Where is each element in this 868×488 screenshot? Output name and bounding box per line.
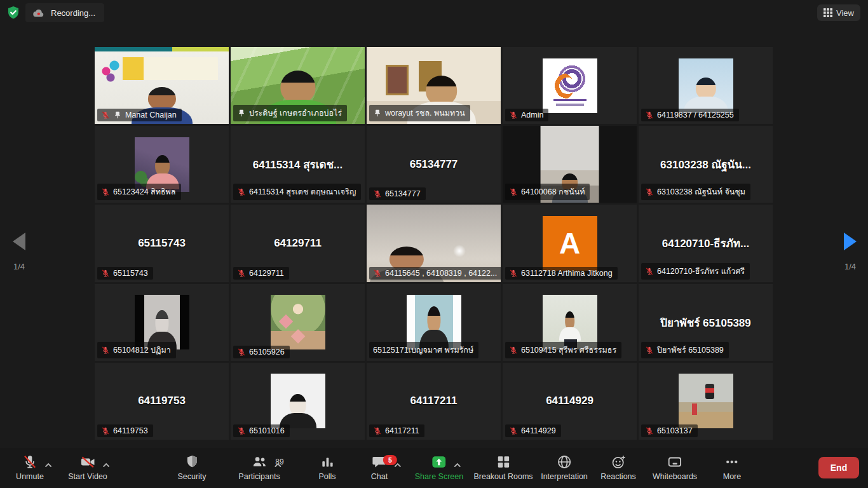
participant-tile[interactable]: 65134777 65134777 <box>367 126 501 203</box>
participant-name-label: 65123424 สิทธิพล <box>97 184 181 200</box>
chevron-up-icon[interactable] <box>274 463 281 468</box>
toolbar-whiteboards-button[interactable]: Whiteboards <box>653 454 697 481</box>
muted-mic-icon <box>101 187 110 196</box>
participant-name-label: ประดิษฐ์ เกษตรอำเภอบ่อไร่ <box>233 105 347 121</box>
unmute-icon <box>22 454 38 470</box>
pin-icon <box>237 109 246 118</box>
muted-mic-icon <box>645 426 654 435</box>
participant-tile[interactable]: 64120710-ธีรภัท... 64120710-ธีรภัทร แก้ว… <box>639 205 773 281</box>
participant-name-label: 65105926 <box>233 346 290 358</box>
participant-name-label: 64119753 <box>97 424 153 437</box>
muted-mic-icon <box>509 269 518 278</box>
chevron-up-icon[interactable] <box>394 463 402 468</box>
toolbar-chat-button[interactable]: Chat 5 <box>371 454 388 481</box>
more-icon <box>724 454 740 470</box>
muted-mic-icon <box>237 187 246 196</box>
toolbar-reactions-button[interactable]: Reactions <box>600 454 636 481</box>
muted-mic-icon <box>237 269 246 278</box>
toolbar-breakout-rooms-button[interactable]: Breakout Rooms <box>473 454 532 481</box>
toolbar-more-button[interactable]: More <box>723 454 741 481</box>
toolbar-participants-button[interactable]: Participants 89 <box>238 454 280 481</box>
participant-tile[interactable]: 65101016 <box>231 363 365 440</box>
muted-mic-icon <box>509 187 518 196</box>
participant-name-text: 64115314 สุรเดช ตฤษณาเจริญ <box>249 186 356 198</box>
end-button[interactable]: End <box>818 457 859 478</box>
view-button[interactable]: View <box>817 4 860 21</box>
start-video-icon <box>79 454 96 470</box>
participant-tile[interactable]: 64114929 64114929 <box>503 363 637 440</box>
muted-mic-icon <box>509 346 518 355</box>
participant-name-label: 64114929 <box>505 424 561 437</box>
participant-tile[interactable]: ประดิษฐ์ เกษตรอำเภอบ่อไร่ <box>231 47 365 124</box>
interpretation-icon <box>556 454 573 470</box>
participant-name-text: 64120710-ธีรภัทร แก้วศรี <box>657 265 745 278</box>
muted-mic-icon <box>645 111 654 119</box>
participant-tile[interactable]: 65115743 65115743 <box>95 205 229 281</box>
chevron-up-icon[interactable] <box>454 463 461 468</box>
muted-mic-icon <box>645 267 654 276</box>
participant-tile[interactable]: 64115645 , 64108319 , 64122... <box>367 205 501 281</box>
participant-tile[interactable]: 65105926 <box>231 284 365 361</box>
toolbar-start-video-button[interactable]: Start Video <box>68 454 107 481</box>
page-indicator-right: 1/4 <box>837 262 863 271</box>
participant-name-label: 64115645 , 64108319 , 64122... <box>369 267 501 280</box>
toolbar-polls-button[interactable]: Polls <box>318 454 336 481</box>
participant-name-label: 65115743 <box>97 267 153 280</box>
participant-name-text: 65101016 <box>249 426 285 435</box>
prev-page-button[interactable]: 1/4 <box>6 233 32 271</box>
whiteboards-icon <box>667 454 683 470</box>
participant-name-text: 64115645 , 64108319 , 64122... <box>385 269 497 278</box>
recording-label: Recording... <box>51 8 95 18</box>
participant-name-label: 65109415 สุรีพร ศรีธรรมธร <box>505 342 621 358</box>
toolbar-security-button[interactable]: Security <box>177 454 206 481</box>
participant-tile[interactable]: A 63112718 Arthima Jitkong <box>503 205 637 281</box>
participant-name-text: 65115743 <box>113 269 148 278</box>
muted-mic-icon <box>101 346 110 355</box>
participant-tile[interactable]: worayut รชล. พนมทวน <box>367 47 501 124</box>
next-page-button[interactable]: 1/4 <box>837 233 863 271</box>
participant-tile[interactable]: 64117211 64117211 <box>367 363 501 440</box>
participant-tile[interactable]: 65125171เบญจมาศ พรมรักษ์ <box>367 284 501 361</box>
chevron-up-icon[interactable] <box>102 463 110 468</box>
participant-name-label: 65125171เบญจมาศ พรมรักษ์ <box>369 342 478 358</box>
participant-tile[interactable]: 64100068 กชนันท์ <box>503 126 637 203</box>
muted-mic-icon <box>101 426 110 435</box>
breakout-rooms-icon <box>495 454 512 470</box>
participant-name-label: 64100068 กชนันท์ <box>505 184 590 200</box>
participant-tile[interactable]: 65103137 <box>639 363 773 440</box>
toolbar-interpretation-button[interactable]: Interpretation <box>541 454 588 481</box>
participant-tile[interactable]: 63103238 ณัฐนัน... 63103238 ณัฐนันท์ จัน… <box>639 126 773 203</box>
participant-name-text: 65104812 ปฏิมา <box>113 344 171 356</box>
top-bar: Recording... View <box>0 0 868 25</box>
security-shield-icon <box>6 5 21 20</box>
participant-tile[interactable]: Admin <box>503 47 637 124</box>
muted-mic-icon <box>509 426 518 435</box>
muted-mic-icon <box>373 426 382 435</box>
participant-tile[interactable]: 65123424 สิทธิพล <box>95 126 229 203</box>
participant-tile[interactable]: ปิยาพัชร์ 65105389 ปิยาพัชร์ 65105389 <box>639 284 773 361</box>
muted-mic-icon <box>237 426 246 435</box>
participant-tile[interactable]: 64129711 64129711 <box>231 205 365 281</box>
participant-name-label: 64119837 / 64125255 <box>641 109 739 121</box>
participant-name-label: Manat Chaijan <box>97 109 182 121</box>
meeting-toolbar: End Unmute Start Video Security Particip… <box>0 448 868 488</box>
participant-name-text: 65134777 <box>385 189 421 198</box>
participant-tile[interactable]: 64119753 64119753 <box>95 363 229 440</box>
participant-tile[interactable]: 65109415 สุรีพร ศรีธรรมธร <box>503 284 637 361</box>
participant-tile[interactable]: 64119837 / 64125255 <box>639 47 773 124</box>
participant-name-label: 64129711 <box>233 267 289 280</box>
participant-name-text: 64114929 <box>521 426 556 435</box>
participant-tile[interactable]: 65104812 ปฏิมา <box>95 284 229 361</box>
participant-name-text: worayut รชล. พนมทวน <box>385 107 465 119</box>
participant-tile[interactable]: Manat Chaijan <box>95 47 229 124</box>
toolbar-unmute-button[interactable]: Unmute <box>16 454 44 481</box>
pin-icon <box>373 109 382 118</box>
participant-name-text: 64119837 / 64125255 <box>657 111 734 119</box>
recording-indicator[interactable]: Recording... <box>25 3 104 22</box>
participant-tile[interactable]: 64115314 สุรเดช... 64115314 สุรเดช ตฤษณา… <box>231 126 365 203</box>
chevron-up-icon[interactable] <box>44 463 52 468</box>
toolbar-share-screen-button[interactable]: Share Screen <box>415 454 463 481</box>
participant-name-label: 65101016 <box>233 424 290 437</box>
left-arrow-icon <box>13 233 25 250</box>
participant-name-text: 64119753 <box>113 426 148 435</box>
